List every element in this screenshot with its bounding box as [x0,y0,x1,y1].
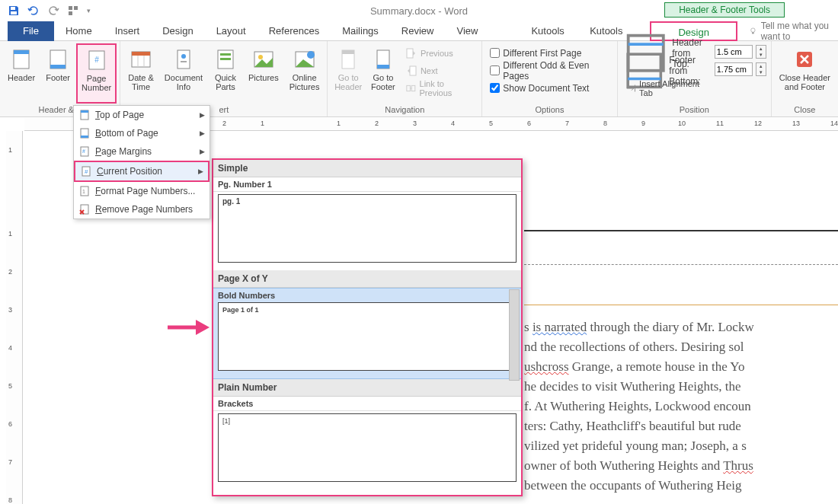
menu-page-margins[interactable]: # Page Margins▶ [74,142,210,161]
svg-rect-14 [132,52,150,56]
show-document-text-check[interactable]: Show Document Text [487,80,613,96]
gallery-preview-brackets: [1] [218,413,517,482]
goto-footer-button[interactable]: Go to Footer [367,43,399,104]
redo-icon[interactable] [47,5,59,17]
ruler-vertical: 1 12 34 56 78 [6,131,23,504]
menu-current-position[interactable]: # Current Position▶ [74,161,210,182]
tab-home[interactable]: Home [54,21,104,41]
svg-rect-10 [50,65,66,69]
attention-arrow-icon [164,316,210,339]
remove-page-numbers-icon [78,203,91,215]
svg-point-5 [751,27,755,31]
online-pictures-button[interactable]: Online Pictures [285,43,325,104]
gallery-head-simple: Simple [213,160,521,177]
svg-rect-32 [410,66,416,75]
svg-rect-3 [74,6,78,10]
tab-references[interactable]: References [257,21,331,41]
different-odd-even-check[interactable]: Different Odd & Even Pages [487,62,613,78]
group-label-position: Position [621,104,768,116]
save-icon[interactable] [8,5,20,17]
page-top-icon [78,109,91,121]
tab-review[interactable]: Review [390,21,446,41]
svg-rect-22 [220,58,231,60]
quick-access-toolbar: ▾ [0,5,91,17]
tell-me[interactable]: Tell me what you want to [749,21,838,42]
menu-top-of-page[interactable]: Top of Page▶ [74,106,210,124]
gallery-preview-pg-1: pg. 1 [218,194,517,263]
svg-rect-0 [11,7,15,10]
next-button[interactable]: Next [402,62,477,78]
svg-rect-6 [752,32,754,33]
tab-kutools[interactable]: Kutools ™ [520,21,578,41]
header-top-spinner[interactable]: ▲▼ [756,45,766,59]
goto-header-button[interactable]: Go to Header [331,43,365,104]
pictures-button[interactable]: Pictures [244,43,283,104]
undo-icon[interactable] [27,5,40,17]
svg-rect-17 [178,50,190,69]
gallery-item-bold-numbers[interactable]: Bold Numbers Page 1 of 1 [213,288,521,379]
page-margins-icon: # [78,145,91,158]
title-bar: ▾ Summary.docx - Word Header & Footer To… [0,0,838,21]
tab-strip: File Home Insert Design Layout Reference… [0,21,838,41]
different-first-page-check[interactable]: Different First Page [487,45,613,61]
header-top-input[interactable] [715,45,753,59]
tab-file[interactable]: File [8,21,54,41]
close-header-footer-button[interactable]: Close Header and Footer [775,43,835,104]
current-position-icon: # [80,165,92,177]
group-label-options: Options [485,104,614,116]
svg-point-18 [181,54,186,59]
footer-from-bottom: Footer from Bottom: [622,62,710,78]
svg-rect-31 [407,49,413,58]
footer-button[interactable]: Footer [41,43,75,104]
header-line [524,230,838,231]
tab-insert[interactable]: Insert [104,21,152,41]
gallery-head-page-xy: Page X of Y [213,270,521,288]
header-button[interactable]: Header [3,43,40,104]
svg-text:#: # [82,148,85,154]
tab-design[interactable]: Design [151,21,204,41]
tab-view[interactable]: View [445,21,489,41]
menu-bottom-of-page[interactable]: Bottom of Page▶ [74,124,210,142]
content-top-line [524,305,838,305]
svg-rect-43 [81,110,88,113]
footer-bottom-spinner[interactable]: ▲▼ [756,62,766,76]
svg-rect-33 [407,85,411,91]
document-info-button[interactable]: Document Info [160,43,207,104]
bulb-icon [749,26,757,37]
page-number-gallery: Simple Pg. Number 1 pg. 1 Page X of Y Bo… [212,158,523,496]
gallery-item-brackets[interactable]: Brackets [213,397,521,411]
document-title: Summary.docx - Word [370,5,468,17]
qat-dropdown-icon[interactable]: ▾ [87,7,91,14]
svg-rect-4 [69,11,72,15]
previous-button[interactable]: Previous [402,45,477,61]
quick-parts-button[interactable]: Quick Parts [209,43,242,104]
format-page-numbers-icon: 1 [78,185,91,197]
header-boundary [524,264,838,265]
svg-rect-28 [342,50,354,54]
svg-point-26 [307,51,315,59]
menu-format-page-numbers[interactable]: 1 Format Page Numbers... [74,182,210,200]
gallery-scrollbar-thumb[interactable] [509,289,520,381]
customize-qat-icon[interactable] [67,5,79,17]
tab-mailings[interactable]: Mailings [331,21,390,41]
svg-point-24 [258,55,263,59]
context-tab-header-footer: Header & Footer Tools [664,2,785,18]
group-label-close: Close [775,104,835,116]
svg-text:#: # [85,168,88,175]
svg-rect-34 [411,85,415,91]
gallery-item-pg-number-1[interactable]: Pg. Number 1 [213,177,521,192]
svg-rect-45 [81,136,88,138]
group-label-nav: Navigation [331,104,478,116]
link-previous-button[interactable]: Link to Previous [402,80,477,96]
footer-bottom-input[interactable] [715,62,753,76]
gallery-head-plain-number: Plain Number [213,379,521,397]
insert-alignment-tab-button[interactable]: Insert Alignment Tab [622,80,710,96]
date-time-button[interactable]: Date & Time [123,43,158,104]
group-close: Close Header and Footer Close [772,41,838,116]
group-navigation: Go to Header Go to Footer Previous Next … [328,41,482,116]
page-number-menu: Top of Page▶ Bottom of Page▶ # Page Marg… [73,105,210,219]
tab-layout[interactable]: Layout [205,21,257,41]
page-number-button[interactable]: # Page Number [76,43,117,104]
menu-remove-page-numbers[interactable]: Remove Page Numbers [74,200,210,219]
svg-marker-54 [196,320,210,335]
